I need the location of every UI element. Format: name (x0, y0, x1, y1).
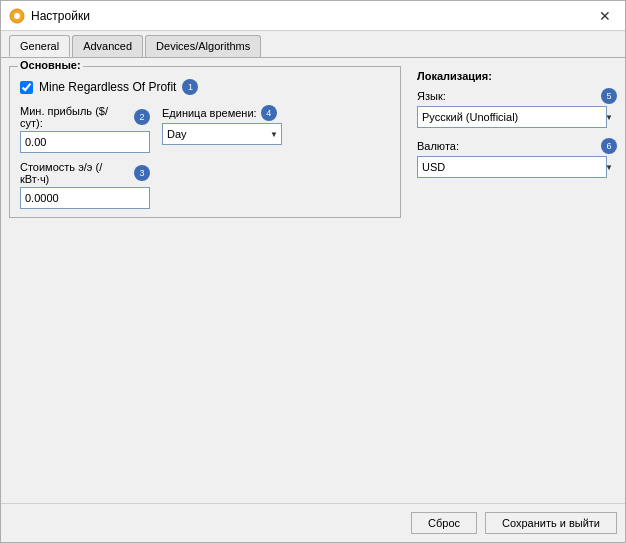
min-profit-label: Мин. прибыль ($/сут): (20, 105, 130, 129)
language-select-wrapper: Русский (Unofficial) English ▼ (417, 106, 617, 128)
badge-6: 6 (601, 138, 617, 154)
profit-time-row: Мин. прибыль ($/сут): 2 Единица времени:… (20, 105, 390, 153)
close-button[interactable]: ✕ (593, 4, 617, 28)
language-select[interactable]: Русский (Unofficial) English (417, 106, 607, 128)
settings-window: Настройки ✕ General Advanced Devices/Alg… (0, 0, 626, 543)
language-field: Язык: 5 Русский (Unofficial) English ▼ (417, 88, 617, 128)
currency-select[interactable]: USD EUR BTC (417, 156, 607, 178)
time-unit-select[interactable]: Day Hour Week (162, 123, 282, 145)
localization-section: Локализация: Язык: 5 Русский (Unofficial… (417, 70, 617, 178)
min-profit-field: Мин. прибыль ($/сут): 2 (20, 105, 150, 153)
min-profit-input[interactable] (20, 131, 150, 153)
currency-label-row: Валюта: 6 (417, 138, 617, 154)
svg-point-1 (14, 13, 20, 19)
tab-advanced[interactable]: Advanced (72, 35, 143, 57)
min-profit-label-row: Мин. прибыль ($/сут): 2 (20, 105, 150, 129)
app-icon (9, 8, 25, 24)
electricity-cost-input[interactable] (20, 187, 150, 209)
time-unit-label: Единица времени: (162, 107, 257, 119)
badge-4: 4 (261, 105, 277, 121)
electricity-label-row: Стоимость э/э (/кВт·ч) 3 (20, 161, 150, 185)
time-unit-field: Единица времени: 4 Day Hour Week ▼ (162, 105, 282, 145)
title-bar: Настройки ✕ (1, 1, 625, 31)
tab-devices-algorithms[interactable]: Devices/Algorithms (145, 35, 261, 57)
mine-regardless-label: Mine Regardless Of Profit (39, 80, 176, 94)
language-label-row: Язык: 5 (417, 88, 617, 104)
time-unit-select-wrapper: Day Hour Week ▼ (162, 123, 282, 145)
group-title: Основные: (18, 59, 83, 71)
mine-regardless-row: Mine Regardless Of Profit 1 (20, 79, 390, 95)
electricity-cost-field: Стоимость э/э (/кВт·ч) 3 (20, 161, 150, 209)
tab-general[interactable]: General (9, 35, 70, 57)
badge-3: 3 (134, 165, 150, 181)
badge-2: 2 (134, 109, 150, 125)
basics-group: Основные: Mine Regardless Of Profit 1 Ми… (9, 66, 401, 218)
currency-select-wrapper: USD EUR BTC ▼ (417, 156, 617, 178)
badge-1: 1 (182, 79, 198, 95)
title-bar-left: Настройки (9, 8, 90, 24)
bottom-bar: Сброс Сохранить и выйти (1, 503, 625, 542)
right-panel: Локализация: Язык: 5 Русский (Unofficial… (417, 66, 617, 495)
content-area: Основные: Mine Regardless Of Profit 1 Ми… (1, 57, 625, 503)
localization-title: Локализация: (417, 70, 617, 82)
currency-field: Валюта: 6 USD EUR BTC ▼ (417, 138, 617, 178)
language-label: Язык: (417, 90, 446, 102)
main-content: Основные: Mine Regardless Of Profit 1 Ми… (9, 66, 617, 495)
reset-button[interactable]: Сброс (411, 512, 477, 534)
currency-label: Валюта: (417, 140, 459, 152)
mine-regardless-checkbox[interactable] (20, 81, 33, 94)
save-button[interactable]: Сохранить и выйти (485, 512, 617, 534)
window-title: Настройки (31, 9, 90, 23)
tab-bar: General Advanced Devices/Algorithms (1, 31, 625, 57)
electricity-label: Стоимость э/э (/кВт·ч) (20, 161, 130, 185)
left-panel: Основные: Mine Regardless Of Profit 1 Ми… (9, 66, 401, 495)
badge-5: 5 (601, 88, 617, 104)
time-unit-label-row: Единица времени: 4 (162, 105, 282, 121)
